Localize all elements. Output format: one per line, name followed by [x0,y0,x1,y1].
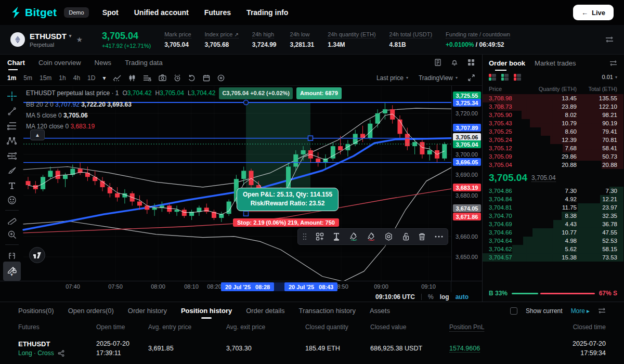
template-icon[interactable] [316,232,324,241]
tab-order-book[interactable]: Order book [489,57,525,70]
legend-ma5[interactable]: MA 5 close 0 3,705.06 [26,110,342,121]
share-icon[interactable] [58,350,64,357]
precision-dropdown[interactable]: 0.01▾ [602,74,617,80]
timeframe-15m[interactable]: 15m [40,74,51,82]
tab-assets[interactable]: Assets [370,303,390,319]
tab-open-orders[interactable]: Open orders(0) [68,303,114,319]
draw-lock-tool[interactable]: ▼ [3,262,21,281]
orderbook-ask-row[interactable]: 3,705.2412.3970.81 [483,136,623,144]
percent-scale-button[interactable]: % [428,293,434,301]
timeframe-5m[interactable]: 5m [23,74,32,82]
book-mode-asks-icon[interactable] [514,74,522,81]
orderbook-bid-row[interactable]: 3,704.6610.7747.55 [483,228,623,237]
orderbook-ask-row[interactable]: 3,708.9813.45135.55 [483,94,623,102]
price-axis[interactable]: 3,720.003,700.003,690.003,680.003,660.00… [451,86,482,281]
orderbook-ask-row[interactable]: 3,705.908.0298.21 [483,111,623,119]
nav-item-unified-account[interactable]: Unified account [134,8,189,17]
fill-color-up-icon[interactable] [349,232,358,241]
alert-bell-icon[interactable] [451,59,458,66]
calendar-icon[interactable] [203,74,210,82]
orderbook-ask-row[interactable]: 3,705.0929.8650.73 [483,152,623,161]
stop-loss-badge[interactable]: Stop: 2.19 (0.06%) 219, Amount: 750 [233,218,339,227]
add-indicator-icon[interactable] [217,74,225,82]
favorite-star-icon[interactable]: ★ [76,35,83,44]
orderbook-bid-row[interactable]: 3,704.867.307.30 [483,187,623,195]
magnet-tool-icon[interactable] [3,247,21,262]
brush-tool-icon[interactable] [3,163,21,178]
trend-line-tool-icon[interactable] [3,104,21,119]
orderbook-mid-price[interactable]: 3,705.04 3,705.04 [483,169,623,187]
legend-ma120[interactable]: MA 120 close 0 3,683.19 [26,121,342,132]
orderbook-ask-row[interactable]: 3,708.7323.89122.10 [483,102,623,111]
text-tool-icon[interactable] [3,178,21,193]
text-color-icon[interactable] [332,232,341,241]
orderbook-ask-row[interactable]: 3,705.4310.7990.19 [483,119,623,127]
orderbook-bid-row[interactable]: 3,704.694.4336.78 [483,220,623,228]
legend-bb[interactable]: BB 20 2 0 3,707.92 3,722.20 3,693.63 [26,99,342,110]
chevron-down-icon[interactable]: ▾ [69,33,72,38]
book-mode-both-icon[interactable] [489,74,497,81]
crosshair-tool-icon[interactable] [3,89,21,104]
tab-chart[interactable]: Chart [7,56,25,70]
chart-clock[interactable]: 09:10:06 UTC [375,293,415,301]
orderbook-bid-row[interactable]: 3,704.5715.3873.53 [483,253,623,262]
timeframe-more-icon[interactable]: ▾ [102,74,106,82]
nav-item-futures[interactable]: Futures [204,8,231,17]
tab-coin-overview[interactable]: Coin overview [38,56,81,70]
chart-canvas[interactable]: ▼ ETHUSDT perpetual last price · 1 O3,70… [0,86,482,281]
orderbook-ask-row[interactable]: 3,705.258.6079.41 [483,127,623,136]
orderbook-ask-row[interactable]: 3,705.127.6858.41 [483,144,623,152]
orderbook-bid-row[interactable]: 3,704.8111.7523.97 [483,203,623,212]
tab-market-trades[interactable]: Market trades [535,57,576,70]
replay-icon[interactable] [188,74,196,82]
more-dropdown[interactable]: More▸ [571,307,590,315]
order-lines-icon[interactable] [143,75,151,81]
fill-color-down-icon[interactable] [367,232,376,241]
tab-transaction-history[interactable]: Transaction history [299,303,356,319]
external-link-icon[interactable]: ↗ [234,32,238,37]
orderbook-bid-row[interactable]: 3,704.625.6258.15 [483,245,623,253]
pair-selector[interactable]: ETHUSDT▾ Perpetual ★ [10,32,88,48]
orderbook-ask-row[interactable]: 3,705.0420.8820.88 [483,161,623,169]
news-feed-icon[interactable] [434,59,441,66]
tab-order-history[interactable]: Order history [128,303,167,319]
ticker-settings-icon[interactable] [605,36,614,43]
tab-news[interactable]: News [95,56,112,70]
tab-order-details[interactable]: Order details [246,303,284,319]
timeframe-4h[interactable]: 4h [73,74,80,82]
fib-retracement-tool-icon[interactable] [3,119,21,134]
zoom-in-tool-icon[interactable] [3,227,21,242]
measure-ruler-icon[interactable] [3,213,21,228]
nav-item-trading-info[interactable]: Trading info [246,8,288,17]
timeframe-1d[interactable]: 1D [87,74,95,82]
tradingview-logo[interactable] [29,247,45,263]
settings-gear-icon[interactable] [384,232,393,241]
bitget-logo[interactable]: Bitget [9,6,57,19]
live-button[interactable]: ← Live [573,5,614,20]
date-range-badge[interactable]: 20 Jul '2508:28 [221,282,274,291]
compare-candles-icon[interactable] [128,74,136,82]
apps-grid-icon[interactable] [467,59,475,66]
auto-scale-button[interactable]: auto [456,293,469,301]
pattern-tool-icon[interactable] [3,134,21,149]
unlock-icon[interactable] [402,232,410,241]
tab-position-history[interactable]: Position history [181,303,232,319]
orderbook-settings-icon[interactable] [609,60,617,67]
forecast-position-tool-icon[interactable] [3,148,21,163]
log-scale-button[interactable]: log [440,293,449,301]
collapse-lines-button[interactable]: ▲ [30,129,45,140]
emoji-tool-icon[interactable] [3,193,21,208]
time-axis[interactable]: 07:4007:5008:0008:1008:2008:5009:0009:10… [0,281,482,292]
book-mode-bids-icon[interactable] [501,74,509,81]
panel-settings-icon[interactable] [598,307,606,314]
tab-trading-data[interactable]: Trading data [125,56,163,70]
chart-provider-dropdown[interactable]: TradingView▾ [419,74,458,82]
orderbook-bid-row[interactable]: 3,704.844.9212.21 [483,195,623,203]
more-options-icon[interactable] [435,236,443,238]
drag-handle-icon[interactable] [303,233,307,240]
delete-trash-icon[interactable] [418,232,426,241]
screenshot-camera-icon[interactable] [159,74,166,81]
show-current-checkbox[interactable] [510,307,517,315]
indicators-icon[interactable] [113,74,121,82]
fullscreen-icon[interactable] [468,74,475,81]
